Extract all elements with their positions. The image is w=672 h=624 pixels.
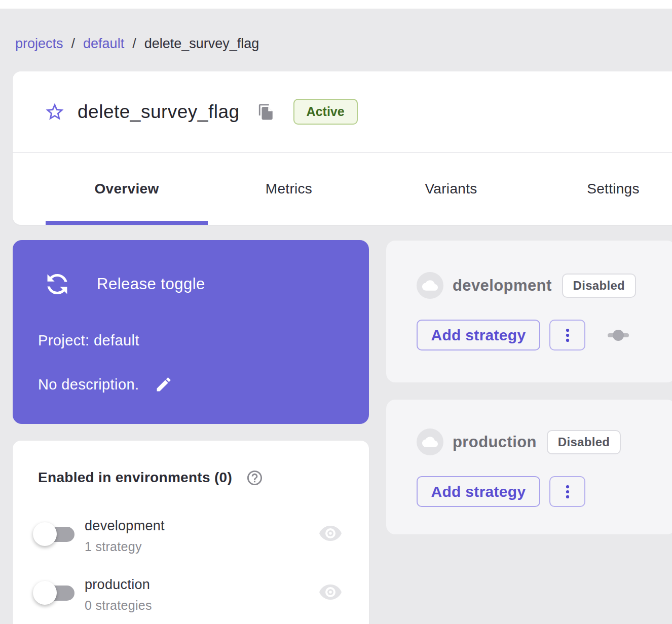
sync-loop-icon — [36, 263, 79, 306]
description-row: No description. — [38, 375, 173, 394]
environment-row-development: development 1 strategy — [13, 514, 369, 570]
breadcrumb-separator: / — [132, 36, 136, 52]
toggle-knob — [33, 522, 57, 546]
toggle-knob — [33, 581, 57, 605]
release-toggle-card: Release toggle Project: default No descr… — [13, 240, 369, 424]
environment-avatar — [417, 272, 443, 299]
environments-card: Enabled in environments (0) development … — [13, 441, 369, 624]
environment-toggle-production[interactable] — [33, 580, 76, 606]
visibility-eye-button[interactable] — [318, 526, 343, 543]
panel-environment-name: development — [453, 277, 552, 295]
status-badge: Active — [293, 99, 358, 125]
panel-header: production Disabled — [417, 428, 621, 455]
more-options-button[interactable] — [549, 476, 585, 507]
panel-environment-name: production — [453, 433, 537, 451]
eye-icon — [318, 584, 343, 602]
environment-row-production: production 0 strategies — [13, 573, 369, 624]
tab-bar: Overview Metrics Variants Settings — [46, 153, 672, 225]
environments-header: Enabled in environments (0) — [38, 469, 264, 487]
tab-metrics[interactable]: Metrics — [208, 153, 370, 225]
panel-header: development Disabled — [417, 272, 636, 299]
star-outline-icon — [44, 101, 65, 123]
breadcrumb-current: delete_survey_flag — [144, 36, 259, 52]
cloud-icon — [422, 278, 438, 293]
eye-icon — [318, 526, 343, 543]
visibility-eye-button[interactable] — [318, 584, 343, 602]
kebab-menu-icon — [559, 483, 576, 500]
favorite-button[interactable] — [44, 101, 65, 123]
page-background: projects / default / delete_survey_flag … — [0, 9, 672, 624]
environment-avatar — [417, 428, 443, 455]
add-strategy-button[interactable]: Add strategy — [417, 320, 540, 350]
breadcrumb-link-projects[interactable]: projects — [15, 36, 63, 52]
environment-name: development — [85, 518, 165, 534]
project-label: Project: default — [38, 332, 139, 349]
cloud-icon — [422, 434, 438, 450]
panel-actions: Add strategy — [417, 476, 585, 507]
release-toggle-header: Release toggle — [42, 268, 205, 300]
breadcrumb-separator: / — [71, 36, 76, 52]
disabled-badge: Disabled — [547, 430, 621, 454]
tab-settings[interactable]: Settings — [532, 153, 672, 225]
release-type-label: Release toggle — [97, 275, 205, 293]
tab-overview[interactable]: Overview — [46, 153, 208, 225]
more-options-button[interactable] — [549, 320, 585, 350]
kebab-menu-icon — [559, 327, 576, 344]
description-label: No description. — [38, 376, 139, 393]
strategy-count: 1 strategy — [85, 539, 142, 554]
environment-name: production — [85, 577, 150, 593]
help-button[interactable] — [245, 469, 264, 487]
active-tab-indicator — [46, 221, 208, 225]
tab-variants[interactable]: Variants — [370, 153, 532, 225]
flag-title-row: delete_survey_flag Active — [13, 71, 672, 152]
breadcrumb-link-default[interactable]: default — [83, 36, 124, 52]
environment-toggle-development[interactable] — [33, 521, 76, 548]
environments-heading: Enabled in environments (0) — [38, 470, 232, 486]
environment-panel-development: development Disabled Add strategy — [386, 241, 672, 382]
copy-name-icon — [257, 103, 275, 121]
strategy-count: 0 strategies — [85, 598, 152, 613]
add-strategy-button[interactable]: Add strategy — [417, 476, 540, 507]
question-circle-icon — [246, 469, 264, 487]
panel-actions: Add strategy — [417, 320, 630, 350]
environment-panel-production: production Disabled Add strategy — [386, 400, 672, 534]
edit-description-button[interactable] — [154, 375, 173, 394]
pencil-icon — [155, 375, 173, 394]
copy-name-button[interactable] — [257, 103, 275, 121]
rollout-slider-icon — [607, 328, 630, 343]
page-title: delete_survey_flag — [78, 101, 240, 123]
flag-header-card: delete_survey_flag Active Overview Metri… — [13, 71, 672, 225]
disabled-badge: Disabled — [562, 274, 636, 298]
breadcrumb: projects / default / delete_survey_flag — [15, 36, 259, 52]
